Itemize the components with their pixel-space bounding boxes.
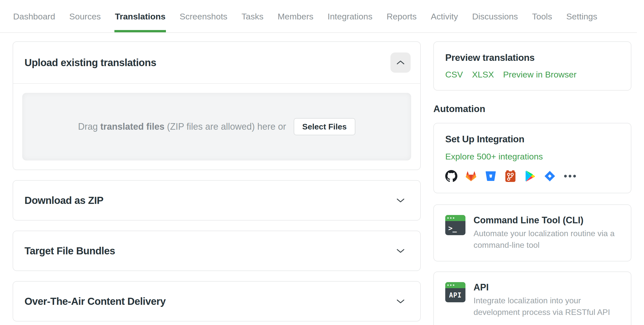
preview-translations-title: Preview translations — [445, 52, 620, 63]
select-files-button[interactable]: Select Files — [294, 118, 355, 135]
tab-tasks[interactable]: Tasks — [241, 12, 264, 32]
automation-heading: Automation — [433, 104, 631, 114]
tab-sources[interactable]: Sources — [69, 12, 101, 32]
over-the-air-title: Over-The-Air Content Delivery — [24, 296, 166, 307]
project-tab-bar: Dashboard Sources Translations Screensho… — [0, 0, 637, 33]
dropzone-hint-bold: translated files — [100, 121, 164, 132]
chevron-down-icon — [397, 198, 405, 203]
preview-in-browser-link[interactable]: Preview in Browser — [503, 70, 577, 79]
api-description: Integrate localization into your develop… — [474, 295, 620, 318]
tab-tools[interactable]: Tools — [532, 12, 553, 32]
chevron-down-icon — [397, 248, 405, 253]
set-up-integration-title: Set Up Integration — [445, 134, 620, 145]
preview-translations-card: Preview translations CSV XLSX Preview in… — [433, 41, 631, 91]
git-icon[interactable] — [504, 170, 516, 182]
over-the-air-content-delivery-card[interactable]: Over-The-Air Content Delivery — [13, 281, 421, 321]
tab-members[interactable]: Members — [277, 12, 314, 32]
bitbucket-icon[interactable] — [485, 170, 497, 182]
api-terminal-icon: API — [445, 282, 465, 302]
tab-translations[interactable]: Translations — [114, 12, 166, 32]
cli-card[interactable]: >_ Command Line Tool (CLI) Automate your… — [433, 204, 631, 261]
tab-settings[interactable]: Settings — [566, 12, 598, 32]
api-title: API — [474, 282, 620, 293]
tab-screenshots[interactable]: Screenshots — [179, 12, 228, 32]
jira-icon[interactable] — [544, 170, 556, 182]
file-dropzone[interactable]: Drag translated files (ZIP files are all… — [22, 93, 411, 160]
collapse-button[interactable] — [390, 52, 411, 73]
github-icon[interactable] — [445, 170, 457, 182]
target-file-bundles-card[interactable]: Target File Bundles — [13, 231, 421, 271]
download-as-zip-title: Download as ZIP — [24, 195, 104, 206]
sidebar: Preview translations CSV XLSX Preview in… — [433, 33, 631, 325]
download-as-zip-card[interactable]: Download as ZIP — [13, 180, 421, 221]
chevron-down-icon — [397, 299, 405, 304]
upload-card-body: Drag translated files (ZIP files are all… — [13, 84, 420, 170]
tab-integrations[interactable]: Integrations — [327, 12, 373, 32]
tab-activity[interactable]: Activity — [430, 12, 459, 32]
upload-card-title: Upload existing translations — [24, 57, 156, 68]
upload-existing-translations-card: Upload existing translations Drag transl… — [13, 41, 421, 170]
chevron-up-icon — [396, 60, 405, 65]
cli-terminal-icon: >_ — [445, 215, 465, 235]
dropzone-hint-text: Drag translated files (ZIP files are all… — [78, 121, 286, 132]
api-card[interactable]: API API Integrate localization into your… — [433, 272, 631, 325]
main-column: Upload existing translations Drag transl… — [13, 33, 421, 321]
cli-title: Command Line Tool (CLI) — [474, 215, 620, 226]
cli-description: Automate your localization routine via a… — [474, 228, 620, 251]
integration-icons-row — [445, 170, 620, 182]
target-file-bundles-title: Target File Bundles — [24, 245, 115, 257]
csv-link[interactable]: CSV — [445, 70, 463, 79]
upload-card-header: Upload existing translations — [13, 42, 420, 83]
google-play-icon[interactable] — [524, 170, 536, 182]
set-up-integration-card: Set Up Integration Explore 500+ integrat… — [433, 123, 631, 193]
tab-dashboard[interactable]: Dashboard — [13, 12, 56, 32]
explore-integrations-link[interactable]: Explore 500+ integrations — [445, 152, 543, 161]
tab-discussions[interactable]: Discussions — [472, 12, 518, 32]
xlsx-link[interactable]: XLSX — [472, 70, 494, 79]
gitlab-icon[interactable] — [465, 170, 477, 182]
more-integrations-icon[interactable] — [563, 170, 577, 182]
tab-reports[interactable]: Reports — [386, 12, 417, 32]
